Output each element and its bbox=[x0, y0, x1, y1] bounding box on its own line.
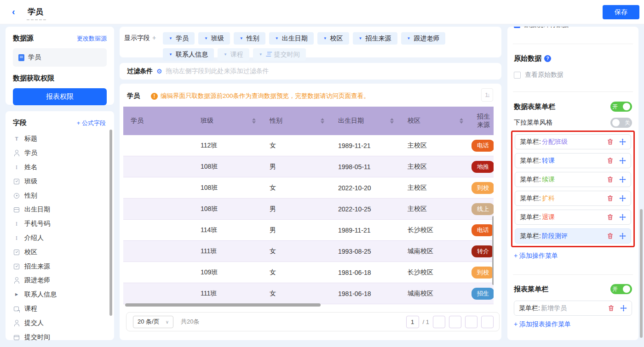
table-header-cell[interactable]: 出生日期 bbox=[331, 107, 400, 135]
cell-class: 108班 bbox=[193, 199, 262, 219]
field-item[interactable]: 提交人 bbox=[13, 316, 109, 330]
clipped-setting-row: ✓ 数据统计行数据 bbox=[514, 27, 632, 29]
add-field-icon[interactable]: + bbox=[152, 34, 156, 41]
field-item[interactable]: 提交时间 bbox=[13, 330, 109, 340]
table-row: 108班 女 2022-10-20 主校区 到校 bbox=[123, 177, 494, 199]
field-label: 出生日期 bbox=[24, 205, 50, 214]
sort-arrows-icon[interactable] bbox=[390, 118, 394, 124]
table-vertical-scrollbar[interactable] bbox=[492, 216, 494, 285]
display-field-chip[interactable]: ▼ 课程 bbox=[218, 48, 249, 61]
table-header-cell[interactable]: 学员 bbox=[123, 107, 193, 135]
fields-title: 字段 bbox=[13, 119, 27, 127]
trash-icon[interactable] bbox=[607, 176, 614, 183]
menu-item-name[interactable]: 转课 bbox=[542, 157, 555, 165]
field-item[interactable]: 出生日期 bbox=[13, 203, 109, 217]
page-nav-button[interactable] bbox=[465, 316, 477, 328]
display-field-chip[interactable]: ▼ 跟进老师 bbox=[401, 32, 446, 45]
checkbox-empty-icon bbox=[514, 72, 521, 79]
table-header-cell[interactable]: 校区 bbox=[400, 107, 470, 135]
page-nav-button[interactable] bbox=[449, 316, 461, 328]
move-icon[interactable] bbox=[619, 176, 626, 183]
page-nav-button[interactable] bbox=[433, 316, 445, 328]
datasource-item[interactable]: 学员 bbox=[13, 48, 107, 67]
menu-item-name[interactable]: 续课 bbox=[542, 176, 555, 184]
move-icon[interactable] bbox=[620, 305, 627, 312]
display-field-chip[interactable]: ▼ 招生来源 bbox=[353, 32, 397, 45]
report-permission-button[interactable]: 报表权限 bbox=[13, 88, 107, 105]
page-number-input[interactable]: 1 bbox=[406, 316, 419, 328]
page-nav-button[interactable] bbox=[481, 316, 494, 328]
trash-icon[interactable] bbox=[608, 305, 615, 312]
table-horizontal-scrollbar[interactable] bbox=[125, 303, 321, 307]
field-item[interactable]: 姓名 bbox=[13, 160, 109, 175]
trash-icon[interactable] bbox=[607, 233, 614, 239]
table-header-cell[interactable]: 班级 bbox=[193, 107, 262, 135]
add-report-action-menu-link[interactable]: + 添加报表操作菜单 bbox=[514, 320, 632, 329]
display-field-chip[interactable]: ▼ 三 提交时间 bbox=[253, 48, 306, 61]
display-field-chip[interactable]: ▼ 班级 bbox=[198, 32, 230, 45]
trash-icon[interactable] bbox=[607, 214, 614, 221]
page-scrollbar[interactable] bbox=[640, 209, 643, 338]
sort-arrows-icon[interactable] bbox=[321, 118, 324, 124]
field-item[interactable]: 课程 bbox=[13, 302, 109, 316]
chevron-down-icon: ▼ bbox=[169, 36, 172, 40]
gear-icon[interactable]: ⚙ bbox=[156, 68, 162, 75]
trash-icon[interactable] bbox=[607, 138, 614, 145]
field-label: 联系人信息 bbox=[24, 290, 57, 299]
trash-icon[interactable] bbox=[607, 157, 614, 164]
display-field-chip[interactable]: ▼ 联系人信息 bbox=[163, 48, 214, 61]
menu-item-name[interactable]: 新增学员 bbox=[541, 304, 567, 313]
field-item[interactable]: 介绍人 bbox=[13, 231, 109, 245]
move-icon[interactable] bbox=[619, 195, 626, 202]
move-icon[interactable] bbox=[619, 233, 626, 239]
move-icon[interactable] bbox=[619, 214, 626, 221]
checkbox-checked-icon[interactable]: ✓ bbox=[514, 27, 520, 28]
menu-item-name[interactable]: 扩科 bbox=[542, 194, 555, 203]
trash-icon[interactable] bbox=[607, 195, 614, 202]
table-menu-toggle[interactable]: 开 bbox=[610, 102, 632, 112]
field-item[interactable]: 联系人信息 bbox=[13, 288, 109, 302]
menu-item-name[interactable]: 阶段测评 bbox=[542, 232, 568, 240]
menu-item-name[interactable]: 分配班级 bbox=[542, 138, 568, 146]
add-action-menu-link[interactable]: + 添加操作菜单 bbox=[514, 252, 632, 260]
move-icon[interactable] bbox=[619, 157, 626, 164]
field-item[interactable]: 标题 bbox=[13, 132, 109, 146]
chip-label: 班级 bbox=[211, 34, 224, 43]
move-icon[interactable] bbox=[619, 138, 626, 145]
fields-scrollbar[interactable] bbox=[109, 130, 112, 316]
page-size-select[interactable]: 20 条/页 ∨ bbox=[133, 316, 173, 328]
field-item[interactable]: 招生来源 bbox=[13, 259, 109, 273]
sort-arrows-icon[interactable] bbox=[252, 118, 256, 124]
cell-source: 到校 bbox=[470, 177, 494, 198]
page-title[interactable]: 学员 bbox=[27, 6, 46, 20]
cell-campus: 长沙校区 bbox=[400, 220, 470, 240]
column-label: 校区 bbox=[408, 117, 420, 125]
display-field-chip[interactable]: ▼ 出生日期 bbox=[269, 32, 314, 45]
save-button[interactable]: 保存 bbox=[603, 5, 639, 19]
field-item[interactable]: 班级 bbox=[13, 174, 109, 188]
help-icon[interactable]: ? bbox=[544, 55, 551, 62]
field-type-icon bbox=[13, 277, 20, 284]
field-item[interactable]: 学员 bbox=[13, 146, 109, 160]
change-datasource-link[interactable]: 更改数据源 bbox=[77, 34, 107, 43]
display-field-chip[interactable]: ▼ 学员 bbox=[163, 32, 195, 45]
view-raw-data-checkbox[interactable]: 查看原始数据 bbox=[514, 71, 632, 79]
dropdown-style-toggle[interactable]: 关 bbox=[610, 118, 632, 128]
table-menu-title: 数据表菜单栏 bbox=[514, 102, 555, 111]
field-item[interactable]: 跟进老师 bbox=[13, 273, 109, 288]
table-header-cell[interactable]: 招生来源 bbox=[470, 107, 494, 135]
field-item[interactable]: 性别 bbox=[13, 188, 109, 203]
field-item[interactable]: 手机号码 bbox=[13, 217, 109, 231]
back-icon[interactable]: ‹ bbox=[12, 6, 15, 17]
sort-arrows-icon[interactable] bbox=[460, 118, 463, 124]
source-badge: 线上 bbox=[472, 203, 494, 215]
menu-item: 菜单栏: 阶段测评 bbox=[515, 228, 631, 244]
table-header-cell[interactable]: 性别 bbox=[262, 107, 331, 135]
display-field-chip[interactable]: ▼ 校区 bbox=[317, 32, 349, 45]
display-field-chip[interactable]: ▼ 性别 bbox=[234, 32, 265, 45]
field-item[interactable]: 校区 bbox=[13, 245, 109, 259]
sort-order-button[interactable]: 1↓ bbox=[481, 88, 493, 102]
menu-item-name[interactable]: 退课 bbox=[542, 213, 555, 222]
report-menu-toggle[interactable]: 开 bbox=[610, 284, 632, 294]
formula-field-link[interactable]: + 公式字段 bbox=[77, 119, 106, 127]
